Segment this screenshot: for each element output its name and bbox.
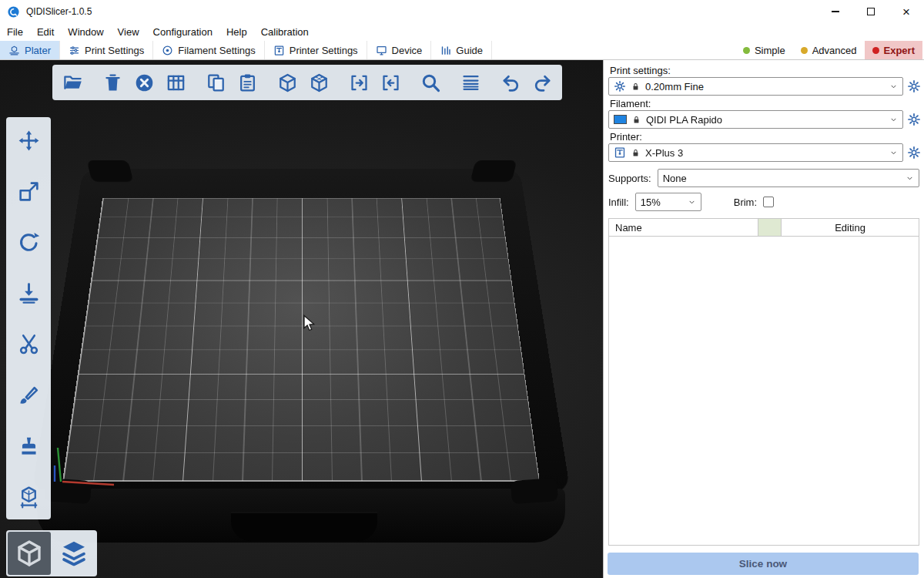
brim-label: Brim: (734, 197, 757, 208)
print-settings-gear-button[interactable] (907, 79, 921, 93)
close-button[interactable]: × (889, 0, 924, 23)
left-toolbar (6, 117, 51, 519)
3d-viewport[interactable] (0, 60, 603, 578)
lock-icon (631, 148, 641, 158)
delete-all-icon (134, 72, 155, 93)
paste-button[interactable] (233, 68, 261, 97)
copy-button[interactable] (202, 68, 229, 97)
arrange-button[interactable] (162, 68, 189, 97)
split-parts-icon (309, 72, 330, 93)
column-name[interactable]: Name (609, 219, 758, 236)
tab-guide[interactable]: Guide (431, 41, 492, 59)
mode-label: Expert (884, 45, 915, 56)
copy-icon (206, 72, 226, 93)
tab-label: Filament Settings (178, 45, 255, 56)
minimize-button[interactable] (818, 0, 853, 23)
column-extruder[interactable] (758, 219, 782, 236)
infill-label: Infill: (608, 197, 629, 208)
mode-expert[interactable]: Expert (865, 41, 922, 59)
menubar: FileEditWindowViewConfigurationHelpCalib… (0, 23, 924, 41)
add-instance-button[interactable] (345, 68, 373, 97)
menu-window[interactable]: Window (61, 23, 110, 41)
printer-combo[interactable]: X-Plus 3 (608, 143, 903, 162)
folder-open-icon (62, 72, 83, 93)
print-settings-value: 0.20mm Fine (645, 81, 704, 92)
paint-supports-button[interactable] (12, 378, 45, 412)
tab-plater[interactable]: Plater (0, 41, 60, 59)
menu-file[interactable]: File (0, 23, 30, 41)
view-toggle (6, 530, 97, 576)
redo-button[interactable] (528, 68, 556, 97)
measure-icon (17, 485, 41, 509)
bed-corner-clip (470, 160, 517, 182)
redo-icon (532, 72, 553, 93)
object-list: Name Editing (608, 218, 919, 546)
seam-button[interactable] (12, 428, 45, 462)
print-settings-combo[interactable]: 0.20mm Fine (608, 77, 903, 96)
top-toolbar (52, 65, 562, 100)
measure-button[interactable] (12, 479, 45, 513)
open-button[interactable] (59, 68, 86, 97)
split-to-parts-button[interactable] (305, 68, 333, 97)
scale-button[interactable] (12, 174, 45, 208)
menu-configuration[interactable]: Configuration (146, 23, 219, 41)
menu-edit[interactable]: Edit (30, 23, 61, 41)
printer-gear-button[interactable] (907, 146, 921, 160)
undo-button[interactable] (497, 68, 524, 97)
chevron-down-icon (889, 116, 898, 124)
tabbar: PlaterPrint SettingsFilament SettingsPri… (0, 41, 924, 60)
view-layers-icon (59, 538, 89, 569)
supports-label: Supports: (608, 173, 651, 184)
infill-value: 15% (641, 197, 661, 208)
place-on-face-icon (17, 281, 41, 305)
place-on-face-button[interactable] (12, 276, 45, 310)
remove-instance-button[interactable] (377, 68, 404, 97)
infill-combo[interactable]: 15% (635, 193, 701, 211)
delete-button[interactable] (99, 68, 126, 97)
chevron-down-icon (889, 149, 898, 157)
slice-now-button[interactable]: Slice now (608, 553, 919, 575)
variable-layer-height-button[interactable] (457, 68, 484, 97)
maximize-button[interactable] (853, 0, 889, 23)
tab-print-settings[interactable]: Print Settings (60, 41, 153, 59)
cut-button[interactable] (12, 327, 45, 361)
search-button[interactable] (417, 68, 444, 97)
object-list-header: Name Editing (609, 219, 919, 237)
tab-device[interactable]: Device (367, 41, 432, 59)
rotate-button[interactable] (12, 225, 45, 259)
filament-combo[interactable]: QIDI PLA Rapido (608, 110, 903, 129)
cut-icon (17, 332, 41, 356)
guide-icon (440, 45, 451, 56)
object-list-body[interactable] (609, 237, 919, 545)
brim-checkbox[interactable] (763, 197, 774, 207)
trash-icon (102, 72, 123, 93)
menu-help[interactable]: Help (219, 23, 254, 41)
bed-corner-clip (87, 160, 134, 182)
window-controls: × (818, 0, 924, 23)
move-button[interactable] (12, 123, 45, 157)
maximize-icon (867, 8, 875, 15)
tab-strip: PlaterPrint SettingsFilament SettingsPri… (0, 41, 492, 59)
split-to-objects-button[interactable] (273, 68, 301, 97)
mode-dot (872, 47, 879, 54)
mode-advanced[interactable]: Advanced (793, 41, 865, 59)
menu-calibration[interactable]: Calibration (254, 23, 316, 41)
tab-printer-settings[interactable]: Printer Settings (265, 41, 367, 59)
3d-editor-view-button[interactable] (8, 532, 51, 575)
filament-gear-button[interactable] (907, 113, 921, 126)
chevron-down-icon (889, 82, 898, 91)
tab-filament-settings[interactable]: Filament Settings (153, 41, 264, 59)
window-title: QIDISlicer-1.0.5 (26, 6, 92, 17)
mode-switcher: SimpleAdvancedExpert (735, 41, 922, 59)
layers-icon (460, 72, 481, 93)
column-editing[interactable]: Editing (782, 219, 919, 236)
menu-view[interactable]: View (111, 23, 146, 41)
preview-view-button[interactable] (52, 532, 95, 575)
printer-icon (614, 146, 626, 159)
mode-simple[interactable]: Simple (735, 41, 793, 59)
supports-value: None (663, 173, 687, 184)
supports-combo[interactable]: None (658, 169, 919, 187)
delete-all-button[interactable] (130, 68, 158, 97)
filament-label: Filament: (610, 98, 918, 109)
filament-color-swatch (614, 115, 627, 124)
